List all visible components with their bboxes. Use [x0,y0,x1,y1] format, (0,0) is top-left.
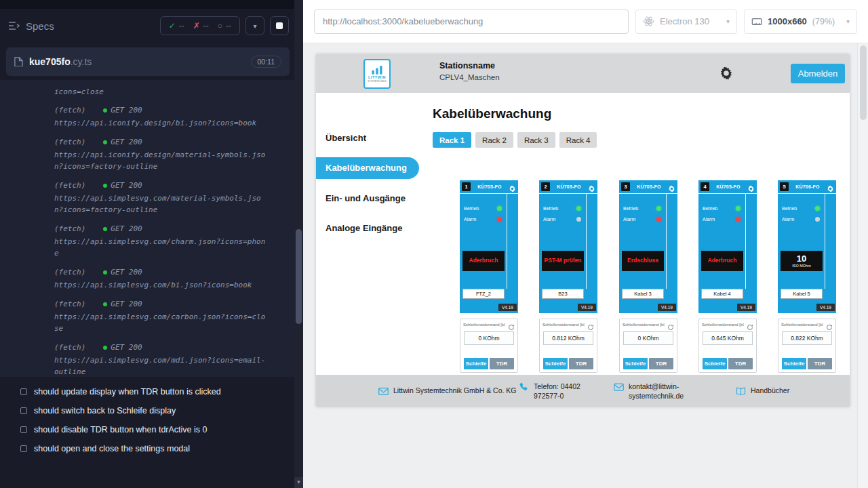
device-gear-icon[interactable] [588,183,595,190]
device-card-5: 5 KÜ706-FO Betrieb Alarm 10ISO MOhm Kabe… [778,180,836,313]
collapse-button[interactable]: ▾ [245,16,264,35]
betrieb-led [736,206,741,211]
nav-analoge-eingaenge[interactable]: Analoge Eingänge [316,219,411,238]
runner-scrollbar[interactable]: ▼ [294,0,303,488]
test-title: should update display when TDR button is… [34,387,221,396]
http-status: GET 200 [111,266,142,278]
tab-rack-4[interactable]: Rack 4 [559,132,597,148]
spec-file-row[interactable]: kue705fo.cy.ts 00:11 [6,47,290,76]
test-item[interactable]: should switch back to Schleife display [0,401,294,420]
refresh-icon[interactable] [587,321,594,328]
station-label: Stationsname [439,61,500,70]
log-entry[interactable]: (fetch)GET 200 https://api.iconify.desig… [54,136,266,172]
alarm-row: Alarm [623,217,661,222]
cable-name: FTZ_2 [462,289,505,299]
app-header: LITTWIN SYSTEMTECHNIK Stationsname CPLV4… [316,54,850,93]
device-card-1: 1 KÜ705-FO Betrieb Alarm Aderbruch FTZ_2… [460,180,518,313]
device-column: 5 KÜ706-FO Betrieb Alarm 10ISO MOhm Kabe… [778,180,836,373]
browser-name: Electron 130 [660,16,709,26]
test-item[interactable]: should open and close the settings modal [0,439,294,458]
page-scrollbar-thumb[interactable] [860,45,867,120]
nav-kabelueberwachung[interactable]: Kabelüberwachung [316,157,419,179]
rack-tabs: Rack 1 Rack 2 Rack 3 Rack 4 [433,132,597,148]
refresh-icon[interactable] [508,321,515,328]
tab-rack-1[interactable]: Rack 1 [433,132,471,148]
url-bar[interactable]: http://localhost:3000/kabelueberwachung [314,9,629,34]
schleife-button[interactable]: Schleife [464,358,488,369]
test-item[interactable]: should update display when TDR button is… [0,382,294,401]
manuals-text: Handbücher [751,386,789,395]
cypress-reporter-panel: Specs ✓-- ✗-- ○-- ▾ kue705fo.cy.ts 00:11… [0,0,303,488]
scroll-down-arrow[interactable]: ▼ [294,477,303,488]
device-model: KÜ705-FO [550,184,588,189]
browser-panel: http://localhost:3000/kabelueberwachung … [303,0,868,488]
email-text: kontakt@littwin-systemtechnik.de [629,381,702,400]
spec-extension: .cy.ts [71,56,92,67]
schleife-button[interactable]: Schleife [703,358,727,369]
device-gear-icon[interactable] [827,183,834,190]
nav-uebersicht[interactable]: Übersicht [316,129,411,148]
nav-ein-und-ausgaenge[interactable]: Ein- und Ausgänge [316,189,411,208]
device-column: 2 KÜ705-FO Betrieb Alarm PST-M prüfen B2… [539,180,597,373]
cable-name: Kabel 3 [622,289,664,299]
schleife-button[interactable]: Schleife [543,358,568,369]
schleife-button[interactable]: Schleife [782,358,806,369]
cable-name: Kabel 5 [781,289,823,299]
tdr-button[interactable]: TDR [569,358,593,369]
chevron-down-icon: ▾ [846,18,850,25]
tab-rack-3[interactable]: Rack 3 [517,132,555,148]
tdr-button[interactable]: TDR [490,358,514,369]
chevron-down-icon: ▾ [726,18,730,25]
resistance-value: 0 KOhm [464,331,514,345]
specs-menu-icon[interactable] [8,21,20,30]
betrieb-led [815,206,820,211]
viewport-selector[interactable]: 1000x660 (79%) ▾ [744,9,857,34]
tdr-button[interactable]: TDR [808,358,832,369]
log-entry[interactable]: (fetch)GET 200 https://api.iconify.desig… [54,104,266,129]
runner-scrollbar-thumb[interactable] [296,229,302,324]
test-item[interactable]: should disable TDR button when tdrActive… [0,420,294,439]
firmware-version: V4.19 [578,304,596,311]
status-text: Erdschluss [627,258,658,264]
refresh-icon[interactable] [667,321,674,328]
status-display: Aderbruch [462,251,505,271]
page-scrollbar[interactable] [857,43,868,488]
device-gear-icon[interactable] [509,183,516,190]
device-number: 1 [462,182,471,191]
settings-gear-icon[interactable] [719,66,734,81]
schleife-button[interactable]: Schleife [623,358,648,369]
log-entry[interactable]: (fetch)GET 200 https://api.simplesvg.com… [54,180,266,216]
logo-text: LITTWIN [368,75,386,79]
alarm-row: Alarm [464,217,502,222]
footer-manuals[interactable]: Handbücher [736,386,789,396]
betrieb-label: Betrieb [464,206,479,211]
betrieb-led [576,206,581,211]
log-entry[interactable]: (fetch)GET 200 https://api.simplesvg.com… [54,266,266,291]
stop-button[interactable] [270,16,289,35]
device-number: 2 [541,182,550,191]
log-entry[interactable]: (fetch)GET 200 https://api.simplesvg.com… [54,342,266,377]
logout-button[interactable]: Abmelden [791,64,845,83]
refresh-icon[interactable] [826,321,833,328]
device-gear-icon[interactable] [668,183,675,190]
mail-icon [378,386,389,396]
log-entry[interactable]: (fetch)GET 200 https://api.simplesvg.com… [54,223,266,259]
request-url: https://api.simplesvg.com/material-symbo… [54,192,266,216]
footer-email: kontakt@littwin-systemtechnik.de [614,381,702,400]
company-text: Littwin Systemtechnik GmbH & Co. KG [393,386,517,395]
tdr-button[interactable]: TDR [649,358,673,369]
refresh-icon[interactable] [747,321,753,328]
cable-name: B23 [542,289,584,299]
card-header: 2 KÜ705-FO [539,180,597,194]
test-title: should open and close the settings modal [34,444,190,453]
browser-selector[interactable]: Electron 130 ▾ [635,9,737,34]
device-gear-icon[interactable] [747,183,755,190]
tab-rack-2[interactable]: Rack 2 [475,132,513,148]
resistance-value: 0.822 KOhm [782,331,832,345]
station-name: CPLV4_Maschen [439,73,500,81]
log-entry[interactable]: (fetch)GET 200 https://api.simplesvg.com… [54,298,266,334]
status-subtext: ISO MOhm [792,264,811,268]
tdr-button[interactable]: TDR [728,358,753,369]
specs-link[interactable]: Specs [26,20,54,32]
device-column: 4 KÜ705-FO Betrieb Alarm Aderbruch Kabel… [698,180,757,373]
